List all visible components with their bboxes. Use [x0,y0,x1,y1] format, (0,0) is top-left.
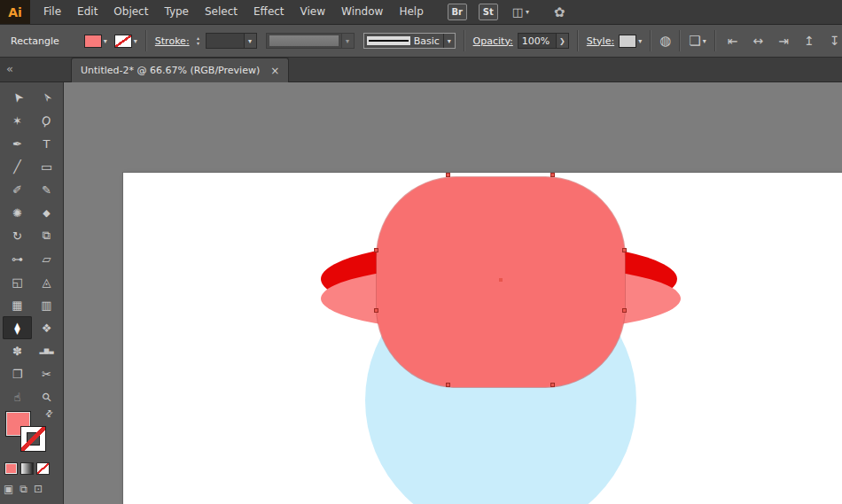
align-vertical-top-icon[interactable]: ↥ [804,34,815,48]
direct-selection-tool[interactable]: ➢ [32,86,61,109]
menu-item-view[interactable]: View [292,0,333,25]
opacity-panel-link[interactable]: Opacity: [473,35,513,47]
brush-name-label: Basic [410,35,443,47]
width-profile-preview [269,35,339,46]
blend-tool[interactable]: ❖ [32,316,61,339]
separator [650,30,651,51]
mesh-tool[interactable]: ▦ [3,293,32,316]
document-tab-title: Untitled-2* @ 66.67% (RGB/Preview) [81,65,260,76]
color-mode-color-button[interactable] [4,462,18,475]
slice-tool[interactable]: ✂ [32,362,61,385]
transform-menu[interactable]: ❏ ▾ [689,33,706,49]
anchor-point[interactable] [550,383,555,387]
paintbrush-tool[interactable]: ✐ [3,178,32,201]
magic-wand-tool[interactable]: ✶ [3,109,32,132]
stroke-weight-select[interactable]: ▾ [206,33,257,49]
menu-bar: Ai FileEditObjectTypeSelectEffectViewWin… [0,0,842,25]
scale-tool[interactable]: ⧉ [32,224,61,247]
shape-builder-tool[interactable]: ◱ [3,270,32,293]
style-select[interactable]: ▾ [619,35,642,48]
opacity-input[interactable]: 100% [518,33,557,49]
align-horizontal-left-icon[interactable]: ⇤ [728,34,738,48]
width-tool[interactable]: ⊶ [3,247,32,270]
pencil-tool[interactable]: ✎ [32,178,61,201]
symbol-sprayer-tool[interactable]: ✽ [3,339,32,362]
menu-item-object[interactable]: Object [105,0,156,25]
color-mode-gradient-button[interactable] [20,462,34,475]
align-vertical-bottom-icon[interactable]: ↧ [830,34,840,48]
bridge-button[interactable]: Br [448,4,467,20]
anchor-point[interactable] [446,173,450,177]
selection-type-label: Rectangle [11,35,59,47]
separator [145,30,147,51]
anchor-point[interactable] [374,248,378,252]
zoom-tool[interactable]: ⚲ [32,385,61,408]
menu-item-type[interactable]: Type [156,0,197,25]
free-transform-tool[interactable]: ▱ [32,247,61,270]
anchor-point[interactable] [622,308,627,313]
swap-fill-stroke-icon[interactable]: ⇄ [43,407,55,420]
stepper-down-icon[interactable]: ▾ [194,41,203,46]
fill-color-swatch[interactable] [84,35,102,48]
color-mode-none-button[interactable] [36,462,50,475]
menu-item-select[interactable]: Select [197,0,246,25]
hand-tool[interactable]: ☝ [3,385,32,408]
align-horizontal-center-icon[interactable]: ↔ [752,34,763,48]
lasso-tool[interactable]: Ϙ [32,109,61,132]
column-graph-tool[interactable]: ▂▆▃ [32,339,61,362]
fill-color-control[interactable]: ▾ [84,35,107,48]
workspace-switcher[interactable]: ◫ ▾ [512,5,529,19]
brush-stroke-preview [367,36,410,45]
pen-tool[interactable]: ✒ [3,132,32,155]
perspective-grid-tool[interactable]: ◬ [32,270,61,293]
anchor-point[interactable] [550,173,555,177]
align-horizontal-right-icon[interactable]: ⇥ [778,34,789,48]
eraser-tool[interactable]: ◆ [32,201,61,224]
stroke-color-swatch[interactable] [114,35,132,48]
anchor-point[interactable] [622,248,627,252]
artboard-tool[interactable]: ❐ [3,362,32,385]
anchor-point[interactable] [446,383,450,387]
color-mode-buttons [4,462,50,475]
rotate-tool[interactable]: ↻ [3,224,32,247]
draw-normal-icon[interactable]: ▣ [4,483,13,495]
eyedropper-tool[interactable]: ⧫ [3,316,32,339]
close-icon[interactable]: × [270,66,279,76]
stock-button[interactable]: St [479,4,498,20]
chevron-down-icon: ▾ [104,37,107,45]
stroke-panel-link[interactable]: Stroke: [155,35,190,47]
selection-tool[interactable]: ➤ [3,86,32,109]
brush-definition-select[interactable]: Basic ▾ [363,33,456,49]
chevron-down-icon: ▾ [526,8,529,16]
gradient-tool[interactable]: ▥ [32,293,61,316]
rectangle-tool[interactable]: ▭ [32,155,61,178]
style-swatch[interactable] [619,35,636,48]
menu-item-effect[interactable]: Effect [246,0,292,25]
menu-item-edit[interactable]: Edit [69,0,105,25]
stroke-color-control[interactable]: ▾ [114,35,137,48]
illustrator-logo[interactable]: Ai [0,0,30,24]
menu-item-file[interactable]: File [35,0,69,25]
draw-inside-icon[interactable]: ⊡ [34,483,43,495]
recolor-artwork-icon[interactable]: ◍ [659,33,671,49]
brush-line [369,40,409,42]
menu-item-help[interactable]: Help [391,0,431,25]
collapse-panel-icon[interactable]: « [6,62,13,75]
type-tool[interactable]: T [32,132,61,155]
chevron-down-icon: ▾ [244,34,256,48]
separator [464,30,465,51]
opacity-slider-arrow[interactable]: ❯ [557,33,569,49]
chevron-down-icon: ▾ [443,34,455,48]
blob-brush-tool[interactable]: ✺ [3,201,32,224]
draw-behind-icon[interactable]: ⧉ [19,483,27,495]
sync-icon[interactable]: ✿ [554,4,565,20]
selection-center-point[interactable] [499,278,503,282]
style-panel-link[interactable]: Style: [587,35,614,47]
anchor-point[interactable] [374,308,378,313]
document-tab[interactable]: Untitled-2* @ 66.67% (RGB/Preview) × [71,58,289,82]
stroke-color-indicator[interactable] [20,426,46,452]
line-segment-tool[interactable]: ╱ [3,155,32,178]
stroke-weight-stepper[interactable]: ▴ ▾ [194,35,203,46]
menu-item-window[interactable]: Window [333,0,391,25]
canvas-area[interactable] [64,82,842,504]
